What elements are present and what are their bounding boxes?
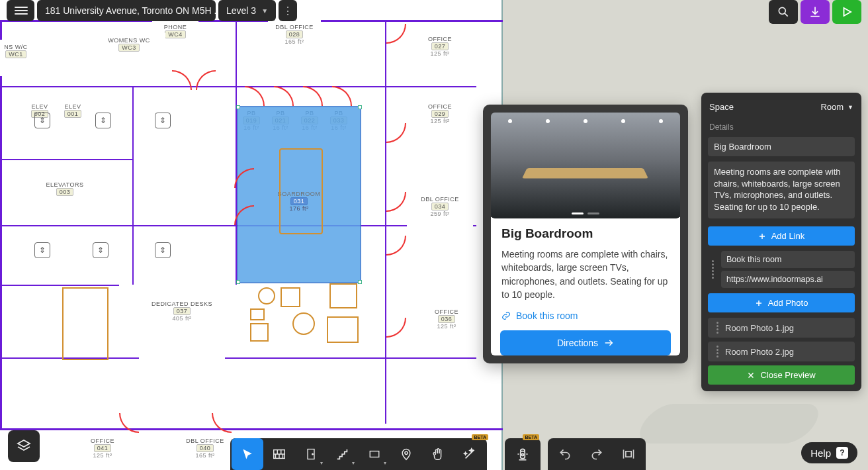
address-selector[interactable]: 181 University Avenue, Toronto ON M5H ..…: [37, 0, 216, 21]
help-label: Help: [810, 447, 831, 459]
add-link-button[interactable]: Add Link: [708, 226, 855, 246]
help-button[interactable]: Help ?: [801, 442, 857, 463]
stairs-tool[interactable]: ▾: [327, 438, 359, 470]
directions-label: Directions: [557, 338, 598, 348]
add-photo-label: Add Photo: [768, 298, 808, 308]
svg-rect-25: [626, 451, 631, 457]
undo-button[interactable]: [549, 438, 581, 470]
space-description-input[interactable]: [708, 162, 855, 218]
elevator-icon: ⇕: [93, 242, 108, 258]
photo-item[interactable]: Room Photo 2.jpg: [708, 342, 855, 361]
link-item[interactable]: [708, 251, 855, 288]
panel-header-label: Space: [709, 102, 734, 112]
select-tool[interactable]: [232, 438, 263, 470]
fit-view-button[interactable]: [613, 438, 644, 470]
fit-icon: [621, 447, 636, 461]
svg-line-1: [785, 13, 788, 17]
svg-rect-20: [370, 451, 379, 457]
undo-icon: [558, 447, 572, 461]
room-003[interactable]: ELEVATORS003: [37, 177, 93, 220]
room-041[interactable]: OFFICE041125 ft²: [73, 434, 132, 470]
drag-handle-icon[interactable]: [708, 251, 717, 288]
drag-handle-icon[interactable]: [713, 346, 721, 357]
safety-tool[interactable]: BETA: [505, 438, 541, 470]
hamburger-icon: [15, 7, 28, 15]
door-icon: [304, 447, 318, 461]
space-name-input[interactable]: [708, 137, 855, 156]
book-room-link[interactable]: Book this room: [501, 310, 670, 321]
magic-tool[interactable]: BETA: [454, 438, 486, 470]
space-type-selector[interactable]: Room ▼: [820, 102, 853, 112]
floorplan-canvas[interactable]: PHONEWC4DBL OFFICE028165 ft²OFFICE027125…: [0, 0, 503, 470]
rectangle-icon: [367, 448, 382, 460]
publish-button[interactable]: [832, 0, 861, 24]
more-menu-button[interactable]: ⋮: [279, 0, 297, 21]
drag-handle-icon[interactable]: [713, 322, 721, 334]
room-info-card: Big Boardroom Meeting rooms are complete…: [483, 105, 688, 363]
elevator-icon: ⇕: [34, 113, 50, 128]
wall-tool[interactable]: [263, 438, 295, 470]
directions-button[interactable]: Directions: [500, 330, 671, 355]
link-icon: [501, 311, 511, 320]
elevator-icon: ⇕: [95, 113, 111, 128]
photo-filename: Room Photo 1.jpg: [725, 323, 794, 333]
svg-marker-2: [844, 8, 851, 16]
room-photo[interactable]: [491, 113, 680, 218]
hand-icon: [431, 447, 445, 461]
close-icon: [747, 371, 755, 379]
plus-icon: [758, 232, 766, 240]
beta-badge: BETA: [523, 434, 539, 440]
room-037[interactable]: DEDICATED DESKS037405 ft²: [139, 297, 225, 363]
level-selector[interactable]: Level 3 ▼: [218, 0, 276, 21]
details-section-label: Details: [709, 122, 855, 132]
photo-carousel-dots[interactable]: [491, 212, 680, 214]
room-WC1[interactable]: NS W/CWC1: [0, 40, 32, 76]
properties-panel: Space Room ▼ Details Add Link Add Photo …: [701, 93, 861, 391]
arrow-right-icon: [603, 338, 614, 348]
room-028[interactable]: DBL OFFICE028165 ft²: [268, 20, 321, 66]
room-WC3[interactable]: WOMENS WCWC3: [93, 33, 165, 70]
stairs-icon: [335, 447, 350, 461]
pan-tool[interactable]: [422, 438, 454, 470]
rectangle-tool[interactable]: ▾: [359, 438, 390, 470]
layers-button[interactable]: [8, 430, 40, 462]
plus-icon: [755, 299, 763, 307]
map-road: [632, 404, 827, 444]
download-button[interactable]: [801, 0, 830, 24]
room-040[interactable]: DBL OFFICE040165 ft²: [172, 434, 238, 470]
svg-point-0: [779, 7, 785, 14]
space-type-value: Room: [820, 102, 844, 112]
download-icon: [808, 5, 822, 19]
room-001[interactable]: ELEV001: [53, 99, 93, 144]
photo-filename: Room Photo 2.jpg: [725, 347, 794, 357]
link-title-input[interactable]: [721, 251, 855, 268]
search-button[interactable]: [769, 0, 798, 24]
svg-point-24: [521, 453, 523, 455]
top-right-toolbar: [769, 0, 861, 24]
room-029[interactable]: OFFICE029125 ft²: [410, 99, 470, 152]
photo-item[interactable]: Room Photo 1.jpg: [708, 318, 855, 338]
link-url-input[interactable]: [721, 271, 855, 288]
pin-tool[interactable]: [390, 438, 422, 470]
door-tool[interactable]: ▾: [295, 438, 327, 470]
help-icon: ?: [836, 447, 848, 459]
elevator-icon: ⇕: [155, 113, 171, 128]
cursor-icon: [241, 447, 254, 461]
room-027[interactable]: OFFICE027125 ft²: [410, 32, 470, 85]
hamburger-menu-button[interactable]: [7, 0, 34, 21]
elevator-icon: ⇕: [155, 242, 171, 258]
beta-badge: BETA: [472, 434, 488, 440]
card-title: Big Boardroom: [501, 226, 670, 241]
fire-hydrant-icon: [514, 446, 531, 463]
search-icon: [777, 5, 790, 19]
header-bar: 181 University Avenue, Toronto ON M5H ..…: [7, 0, 297, 21]
boardroom-table-furniture: [279, 148, 323, 234]
chevron-down-icon: ▼: [261, 7, 268, 15]
redo-button[interactable]: [581, 438, 613, 470]
room-036[interactable]: OFFICE036125 ft²: [417, 305, 476, 357]
drawing-toolbar: ▾ ▾ ▾ BETA: [230, 438, 487, 470]
card-description: Meeting rooms are complete with chairs, …: [501, 248, 670, 301]
close-preview-button[interactable]: Close Preview: [708, 365, 855, 385]
room-034[interactable]: DBL OFFICE034259 ft²: [407, 192, 473, 252]
add-photo-button[interactable]: Add Photo: [708, 293, 855, 312]
